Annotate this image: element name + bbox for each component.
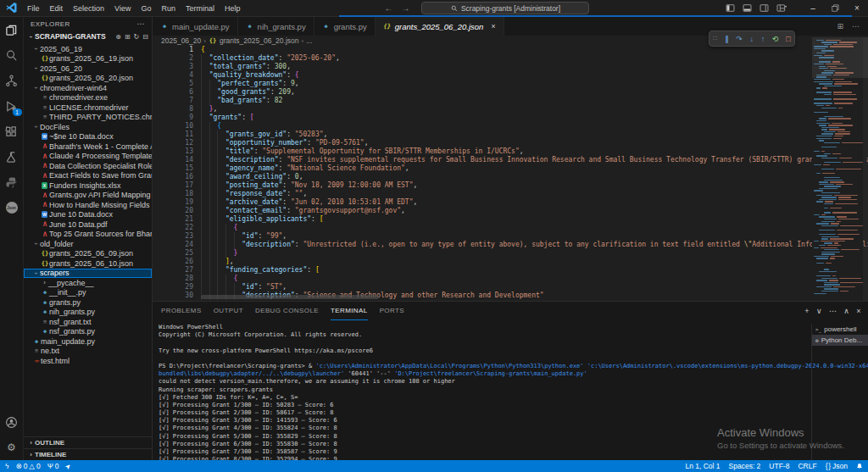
tree-item[interactable]: {}grants_2025_06_09.json (24, 249, 152, 259)
menu-item-selection[interactable]: Selection (69, 3, 108, 14)
menu-item-view[interactable]: View (110, 3, 135, 14)
vertical-scrollbar[interactable] (863, 37, 868, 301)
tree-item[interactable]: ›old_folder (24, 239, 152, 249)
tree-item[interactable]: <>test.html (24, 356, 152, 366)
toggle-sidebar-icon[interactable] (726, 3, 735, 13)
menu-item-terminal[interactable]: Terminal (181, 3, 219, 14)
tree-item[interactable]: ΛBharath's Week 1 - Complete Action Item… (24, 142, 152, 152)
restore-button[interactable] (824, 0, 846, 16)
tree-item[interactable]: ◆grants.py (24, 297, 152, 308)
activity-testing[interactable] (0, 144, 24, 169)
tree-item[interactable]: ◆nih_grants.py (24, 308, 152, 318)
ports-status[interactable]: Ψ0 (47, 462, 59, 470)
step-over-icon[interactable]: ↷ (736, 35, 743, 43)
tree-item[interactable]: ≡ne.txt (24, 347, 152, 357)
tree-item[interactable]: ›chromedriver-win64 (24, 83, 152, 93)
tree-item[interactable]: ›scrapers (24, 269, 152, 279)
tree-item[interactable]: ≡nsf_grant.txt (24, 317, 152, 327)
tree-item[interactable]: ◆nsf_grants.py (24, 327, 152, 337)
minimize-button[interactable]: – (802, 0, 824, 16)
tree-item[interactable]: XFunders Insights.xlsx (24, 180, 152, 191)
activity-source-control[interactable] (0, 68, 24, 93)
activity-python[interactable] (0, 169, 24, 195)
new-terminal-icon[interactable]: + (804, 307, 810, 315)
tree-item[interactable]: ΛHow to Handle Missing Fields in API Dat… (24, 200, 152, 210)
code-area[interactable]: 1{2"collection_date": "2025-06-20",3"tot… (153, 46, 810, 301)
customize-layout-icon[interactable]: ▾ (776, 3, 787, 13)
activity-extensions[interactable] (0, 119, 24, 144)
tree-item[interactable]: ΛTop 25 Grant Sources for Bharath - NC_T… (24, 230, 152, 240)
breadcrumb-segment[interactable]: grants_2025_06_20.json (220, 36, 299, 45)
tree-item[interactable]: WJune 10 Data.docx (24, 210, 152, 220)
forward-arrow-icon[interactable]: → (401, 3, 409, 13)
tree-item[interactable]: ›2025_06_20 (24, 64, 152, 74)
tree-item[interactable]: {}grants_2025_06_20.json (24, 74, 152, 84)
terminal-profile-dropdown-icon[interactable]: ∨ (816, 307, 822, 315)
tab-grants.py[interactable]: ◆grants.py (314, 17, 376, 36)
menu-item-run[interactable]: Run (157, 3, 180, 14)
cursor-position[interactable]: Ln 1, Col 1 (685, 462, 720, 470)
settings-gear-icon[interactable]: ⚙ (0, 435, 24, 460)
panel-tab-problems[interactable]: PROBLEMS (161, 302, 202, 320)
step-out-icon[interactable]: ↑ (761, 35, 765, 43)
activity-explorer-active[interactable] (0, 17, 24, 42)
tree-item[interactable]: ΛExact Fields to Save from Grants.gov AP… (24, 171, 152, 181)
back-arrow-icon[interactable]: ← (384, 3, 392, 13)
horizontal-scrollbar[interactable] (201, 295, 379, 299)
activity-json-tool[interactable]: Json (0, 195, 24, 220)
remote-indicator[interactable]: ϟ (5, 462, 9, 470)
toggle-secondary-sidebar-icon[interactable] (760, 3, 769, 13)
menu-item-file[interactable]: File (23, 3, 44, 14)
activity-run-and-debug[interactable]: 1 (0, 93, 24, 119)
new-file-icon[interactable]: ⊕ (115, 33, 121, 41)
panel-tab-ports[interactable]: PORTS (380, 302, 404, 320)
pause-icon[interactable]: ∥ (725, 35, 729, 43)
tab-nih_grants.py[interactable]: ◆nih_grants.py (238, 17, 314, 36)
workspace-section[interactable]: › SCRAPING-GRANTS ⊕ ⊞ ↻ ⊟ (24, 31, 152, 42)
split-editor-icon[interactable]: ⊞ (837, 22, 843, 31)
tree-item[interactable]: ≡LICENSE.chromedriver (24, 103, 152, 113)
tree-item[interactable]: {}grants_2025_06_19.json (24, 54, 152, 64)
close-button[interactable]: × (846, 0, 868, 16)
accounts-icon[interactable] (0, 409, 24, 435)
tree-item[interactable]: ΛClaude 4 Processing Template for Bharat… (24, 152, 152, 162)
refresh-icon[interactable]: ↻ (134, 33, 140, 41)
panel-more-icon[interactable]: ⋯ (829, 307, 837, 315)
step-into-icon[interactable]: ↓ (750, 35, 754, 43)
tree-item[interactable]: ΛJune 10 Data.pdf (24, 219, 152, 230)
close-panel-icon[interactable]: × (856, 307, 861, 315)
tab-main_update.py[interactable]: ◆main_update.py (153, 17, 238, 36)
breadcrumb-segment[interactable]: ... (306, 36, 312, 45)
tree-item[interactable]: ≡THIRD_PARTY_NOTICES.chromedriver (24, 113, 152, 123)
terminal-instance-Python-Deb-[interactable]: ⚙Python Deb... (812, 335, 868, 346)
tree-item[interactable]: ›DocFiles (24, 122, 152, 132)
breadcrumb-segment[interactable]: 2025_06_20 (161, 36, 201, 45)
indentation[interactable]: Spaces: 2 (729, 462, 761, 470)
problems-status[interactable]: ⊗0 △0 (16, 462, 41, 470)
notifications-bell[interactable] (856, 463, 863, 470)
activity-search[interactable] (0, 42, 24, 68)
toggle-panel-icon[interactable] (743, 3, 752, 13)
panel-tab-debug-console[interactable]: DEBUG CONSOLE (255, 302, 319, 320)
new-folder-icon[interactable]: ⊞ (125, 33, 131, 41)
tree-item[interactable]: {}grants_2025_06_10.json (24, 258, 152, 269)
tree-item[interactable]: W~$ne 10 Data.docx (24, 132, 152, 142)
minimap-slider[interactable] (812, 37, 868, 78)
tree-item[interactable]: ◆__init__.py (24, 288, 152, 298)
menu-item-help[interactable]: Help (220, 3, 245, 14)
tab-grants_2025_06_20.json[interactable]: {}grants_2025_06_20.json× (376, 17, 504, 36)
maximize-panel-icon[interactable]: ∧ (843, 307, 849, 315)
tree-item[interactable]: ◆main_update.py (24, 336, 152, 347)
menu-item-edit[interactable]: Edit (46, 3, 68, 14)
section-timeline[interactable]: ›TIMELINE (24, 448, 152, 460)
menu-item-go[interactable]: Go (136, 3, 155, 14)
stop-icon[interactable]: □ (786, 35, 790, 43)
tree-item[interactable]: ›__pycache__ (24, 278, 152, 288)
restart-icon[interactable]: ⟲ (772, 35, 779, 43)
launch-indicator[interactable]: ➤ (65, 463, 71, 470)
tree-item[interactable]: ΛGrants.gov API Field Mapping Guide for … (24, 191, 152, 201)
section-outline[interactable]: ›OUTLINE (24, 436, 152, 448)
panel-tab-output[interactable]: OUTPUT (214, 302, 243, 320)
tree-item[interactable]: ΛData Collection Specialist Role (Bharat… (24, 161, 152, 171)
tree-item[interactable]: ›2025_06_19 (24, 44, 152, 54)
